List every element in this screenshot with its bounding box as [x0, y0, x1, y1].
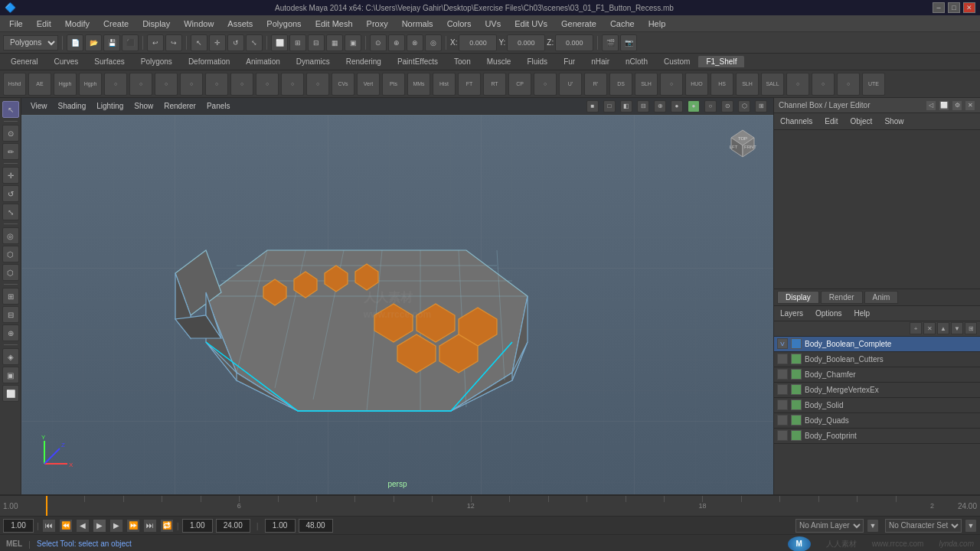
layer-vis-1[interactable]: [777, 354, 788, 364]
shelf-icon-25[interactable]: SLH: [635, 73, 658, 96]
snap-point-btn[interactable]: ⊕: [2, 324, 19, 341]
rotate-tool-btn[interactable]: ↺: [2, 185, 19, 202]
ipr-btn[interactable]: 📷: [620, 34, 637, 51]
next-frame-btn[interactable]: ▶: [109, 519, 123, 533]
shelf-tab-rendering[interactable]: Rendering: [338, 56, 389, 67]
show-menu[interactable]: Show: [881, 116, 906, 127]
loop-btn[interactable]: 🔁: [160, 519, 174, 533]
move-tool-btn[interactable]: ✛: [2, 167, 19, 184]
shelf-icon-6[interactable]: ○: [155, 73, 178, 96]
go-start-btn[interactable]: ⏮: [42, 519, 56, 533]
shelf-tab-muscle[interactable]: Muscle: [479, 56, 519, 67]
shelf-icon-29[interactable]: SLH: [736, 73, 759, 96]
display-tab[interactable]: Display: [777, 291, 819, 304]
layer-vis-6[interactable]: [777, 430, 788, 441]
panels-menu[interactable]: Panels: [204, 101, 234, 111]
play-btn[interactable]: ▶: [93, 519, 106, 533]
timeline[interactable]: 1.00 16121824 24.00: [0, 494, 980, 516]
layer-vis-2[interactable]: [777, 369, 788, 380]
shelf-icon-12[interactable]: ○: [306, 73, 329, 96]
shelf-tab-painteffects[interactable]: PaintEffects: [390, 56, 446, 67]
layer-vis-5[interactable]: [777, 415, 788, 425]
tb-snap4[interactable]: ◎: [425, 34, 442, 51]
layers-menu[interactable]: Layers: [777, 308, 806, 319]
show-menu[interactable]: Show: [131, 101, 156, 111]
edit-menu[interactable]: Edit: [822, 116, 841, 127]
shelf-icon-18[interactable]: FT: [458, 73, 481, 96]
timeline-ruler[interactable]: 16121824: [46, 496, 934, 516]
save-file-button[interactable]: 💾: [103, 34, 120, 51]
shelf-tab-custom[interactable]: Custom: [656, 56, 697, 67]
layer-vis-4[interactable]: [777, 399, 788, 410]
menu-item-file[interactable]: File: [3, 18, 29, 30]
tb-btn5[interactable]: ⬜: [271, 34, 288, 51]
channels-menu[interactable]: Channels: [777, 116, 815, 127]
shading-menu[interactable]: Shading: [55, 101, 90, 111]
shelf-tab-fur[interactable]: Fur: [556, 56, 583, 67]
options-menu[interactable]: Options: [812, 308, 844, 319]
menu-item-assets[interactable]: Assets: [221, 18, 259, 30]
new-file-button[interactable]: 📄: [67, 34, 83, 51]
render-tab[interactable]: Render: [821, 291, 863, 304]
next-key-btn[interactable]: ⏩: [126, 519, 140, 533]
minimize-button[interactable]: –: [933, 2, 945, 13]
rph-icon2[interactable]: ⬜: [939, 100, 949, 111]
shelf-icon-22[interactable]: U': [559, 73, 582, 96]
vp-btn4[interactable]: ⊟: [637, 100, 649, 112]
prev-key-btn[interactable]: ⏪: [59, 519, 73, 533]
menu-item-display[interactable]: Display: [136, 18, 176, 30]
shelf-icon-26[interactable]: ○: [660, 73, 683, 96]
redo-button[interactable]: ↪: [165, 34, 182, 51]
shelf-tab-toon[interactable]: Toon: [446, 56, 479, 67]
shelf-tab-nhair[interactable]: nHair: [583, 56, 617, 67]
soft-select-btn[interactable]: ◎: [2, 227, 19, 244]
shelf-icon-20[interactable]: CP: [508, 73, 531, 96]
layer-delete-btn[interactable]: ✕: [923, 322, 936, 334]
layer-vis-3[interactable]: [777, 384, 788, 395]
select-tool-btn[interactable]: ↖: [2, 101, 19, 118]
vp-btn7[interactable]: ●: [688, 100, 700, 112]
tb-btn8[interactable]: ▦: [326, 34, 343, 51]
shelf-icon-24[interactable]: DS: [609, 73, 632, 96]
snap-curve-btn[interactable]: ⊟: [2, 306, 19, 323]
render-btn[interactable]: 🎬: [602, 34, 619, 51]
y-field[interactable]: 0.000: [507, 34, 545, 51]
shelf-tab-f1_shelf[interactable]: F1_Shelf: [698, 56, 744, 67]
tb-snap1[interactable]: ⊙: [370, 34, 387, 51]
scene-view[interactable]: TOP LFT FRNT X Y Z persp: [21, 115, 773, 494]
rph-icon3[interactable]: ⚙: [952, 100, 962, 111]
maximize-button[interactable]: □: [948, 2, 960, 13]
x-field[interactable]: 0.000: [459, 34, 497, 51]
help-menu[interactable]: Help: [851, 308, 873, 319]
vp-btn9[interactable]: ⊙: [721, 100, 733, 112]
rph-icon1[interactable]: ◁: [926, 100, 936, 111]
char-set-btn[interactable]: ▼: [965, 519, 977, 533]
layer-item-2[interactable]: Body_Chamfer: [774, 367, 980, 383]
scale-tool[interactable]: ⤡: [246, 34, 263, 51]
menu-item-window[interactable]: Window: [178, 18, 220, 30]
close-button[interactable]: ✕: [963, 2, 975, 13]
layer-up-btn[interactable]: ▲: [937, 322, 949, 334]
menu-item-polygons[interactable]: Polygons: [260, 18, 307, 30]
end-frame-field[interactable]: [216, 519, 250, 533]
snap-grid-btn[interactable]: ⊞: [2, 288, 19, 305]
viewcube[interactable]: TOP LFT FRNT: [720, 122, 766, 168]
layer-item-6[interactable]: Body_Footprint: [774, 429, 980, 444]
layer-vis-0[interactable]: V: [777, 338, 788, 349]
shelf-icon-7[interactable]: ○: [180, 73, 203, 96]
shelf-icon-16[interactable]: MMs: [407, 73, 430, 96]
shelf-icon-23[interactable]: R': [584, 73, 607, 96]
shelf-icon-27[interactable]: HUO: [685, 73, 708, 96]
tb-btn4[interactable]: ⬛: [122, 34, 139, 51]
layer-icon1[interactable]: ⊞: [965, 322, 977, 334]
menu-item-cache[interactable]: Cache: [604, 18, 641, 30]
anim-layer-dropdown[interactable]: No Anim Layer: [795, 519, 864, 533]
tb-snap2[interactable]: ⊕: [388, 34, 405, 51]
vp-btn11[interactable]: ⊞: [755, 100, 767, 112]
shelf-icon-2[interactable]: Hgph: [54, 73, 77, 96]
open-file-button[interactable]: 📂: [85, 34, 102, 51]
vp-btn5[interactable]: ⊕: [654, 100, 666, 112]
mode-dropdown[interactable]: Polygons: [3, 35, 58, 51]
vp-btn6[interactable]: ●: [671, 100, 683, 112]
lighting-menu[interactable]: Lighting: [93, 101, 126, 111]
